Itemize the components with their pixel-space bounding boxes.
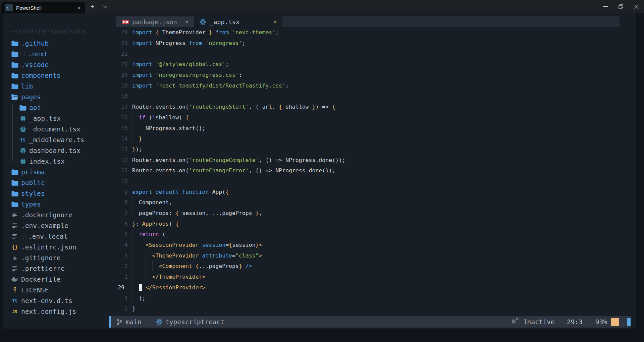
sidebar-item-label: _app.tsx <box>29 115 61 122</box>
code-line[interactable]: 2<Component {...pageProps} /> <box>116 261 345 272</box>
indent-guides <box>132 240 146 250</box>
ts-icon: TS <box>19 137 26 142</box>
file-tree: ~\Code\Personal\wha .github.next.vscodec… <box>3 26 111 317</box>
sidebar-item-env-local[interactable]: .env.local <box>3 231 111 242</box>
code-line[interactable]: 11Router.events.on('routeChangeError', (… <box>116 165 345 176</box>
sidebar-item-api[interactable]: api <box>3 102 111 113</box>
sidebar-item-label: .prettierrc <box>21 265 64 273</box>
code-line-content: Router.events.on('routeChangeComplete', … <box>132 155 345 165</box>
terminal-tab-powershell[interactable]: ❯_ PowerShell × <box>1 2 85 13</box>
line-number: 5 <box>116 231 128 237</box>
code-line[interactable]: 19import 'react-toastify/dist/ReactToast… <box>116 80 345 91</box>
line-number: 20 <box>116 72 128 78</box>
code-line[interactable]: 3<ThemeProvider attribute="class"> <box>116 250 345 261</box>
code-line[interactable]: 24import { ThemeProvider } from 'next-th… <box>116 27 345 38</box>
code-line[interactable]: 2} <box>116 303 345 314</box>
docker-icon <box>11 277 18 282</box>
react-icon <box>19 158 26 165</box>
sidebar-item-next-config-js[interactable]: JSnext.config.js <box>3 306 111 317</box>
code-line-content: }); <box>132 144 142 155</box>
indent-guides <box>132 133 139 144</box>
sidebar-item-vscode[interactable]: .vscode <box>3 59 111 70</box>
line-number: 2 <box>116 305 128 312</box>
code-line[interactable]: 1</ThemeProvider> <box>116 272 345 282</box>
sidebar-item-types[interactable]: types <box>3 199 111 210</box>
js-icon: JS <box>11 309 18 314</box>
code-line-content: import '@/styles/global.css'; <box>132 59 229 70</box>
sidebar-item-lib[interactable]: lib <box>3 81 111 92</box>
code-line[interactable]: 20import 'nprogress/nprogress.css'; <box>116 70 345 80</box>
window-controls <box>598 0 644 13</box>
code-line[interactable]: 4<SessionProvider session={session}> <box>116 240 345 250</box>
sidebar-item-pages[interactable]: pages <box>3 92 111 102</box>
code-editor[interactable]: 24import { ThemeProvider } from 'next-th… <box>116 27 345 314</box>
code-line[interactable]: 10 <box>116 176 345 187</box>
sidebar-item-dockerfile[interactable]: Dockerfile <box>3 274 111 285</box>
code-line[interactable]: 15NProgress.start(); <box>116 123 345 133</box>
folder-icon <box>11 169 18 175</box>
sidebar-item-app-tsx[interactable]: _app.tsx <box>3 113 111 124</box>
new-tab-button[interactable]: + <box>87 0 98 13</box>
status-bar: main typescriptreact ⚙⚙ Inactive 29:3 93… <box>109 316 631 328</box>
editor-tab-close-icon[interactable]: × <box>185 18 189 25</box>
indent-guides <box>132 197 139 208</box>
sidebar-item-next[interactable]: .next <box>3 49 111 59</box>
sidebar-item-prettierrc[interactable]: .prettierrc <box>3 263 111 274</box>
sidebar-item-dashboard-tsx[interactable]: dashboard.tsx <box>3 145 111 156</box>
editor-tab-package-json[interactable]: package.json× <box>116 16 194 27</box>
statusline-accent-bar <box>109 316 111 328</box>
editor-tab-app-tsx[interactable]: _app.tsx× <box>194 16 282 27</box>
code-line[interactable]: 9export default function App({ <box>116 186 345 197</box>
folder-icon <box>11 202 18 207</box>
folder-icon <box>11 51 18 57</box>
code-line[interactable]: 6}: AppProps) { <box>116 218 345 229</box>
line-number: 6 <box>116 221 128 227</box>
sidebar-item-document-tsx[interactable]: _document.tsx <box>3 124 111 134</box>
code-line[interactable]: 22 <box>116 48 345 59</box>
code-line[interactable]: 5return ( <box>116 229 345 240</box>
react-icon <box>155 319 162 325</box>
restore-button[interactable] <box>613 0 629 13</box>
terminal-tab-close-icon[interactable]: × <box>76 5 82 11</box>
sidebar-item-prisma[interactable]: prisma <box>3 167 111 177</box>
sidebar-item-dockerignore[interactable]: .dockerignore <box>3 210 111 220</box>
sidebar-item-env-example[interactable]: .env.example <box>3 220 111 231</box>
code-line[interactable]: 14} <box>116 133 345 144</box>
sidebar-item-next-env-d-ts[interactable]: TSnext-env.d.ts <box>3 295 111 306</box>
editor-tab-close-icon[interactable]: × <box>274 18 277 25</box>
line-number: 9 <box>116 189 128 195</box>
sidebar-item-middleware-ts[interactable]: TS_middleware.ts <box>3 134 111 145</box>
code-line[interactable]: 18 <box>116 91 345 102</box>
code-line[interactable]: 7pageProps: { session, ...pageProps }, <box>116 208 345 219</box>
sidebar-item-components[interactable]: components <box>3 70 111 81</box>
code-line[interactable]: 8Component, <box>116 197 345 208</box>
close-button[interactable] <box>629 0 644 13</box>
code-line[interactable]: 12Router.events.on('routeChangeComplete'… <box>116 155 345 165</box>
sidebar-item-eslintrc-json[interactable]: {}.eslintrc.json <box>3 242 111 252</box>
folder-icon <box>11 83 18 89</box>
sidebar-item-styles[interactable]: styles <box>3 188 111 199</box>
sidebar-item-public[interactable]: public <box>3 177 111 188</box>
indent-guides <box>132 272 152 282</box>
code-line-content: <Component {...pageProps} /> <box>132 261 252 272</box>
sidebar-item-license[interactable]: LICENSE <box>3 285 111 295</box>
react-icon <box>19 148 26 154</box>
sidebar-item-label: _middleware.ts <box>29 136 84 144</box>
line-number: 4 <box>116 242 128 248</box>
line-number: 7 <box>116 210 128 216</box>
code-line[interactable]: 17Router.events.on('routeChangeStart', (… <box>116 102 345 112</box>
sidebar-item-github[interactable]: .github <box>3 38 111 49</box>
code-line-content: } <box>132 303 136 314</box>
tab-dropdown-icon[interactable] <box>99 0 111 13</box>
code-line[interactable]: 23import NProgress from 'nprogress'; <box>116 38 345 49</box>
code-line[interactable]: 1); <box>116 293 345 303</box>
code-line-cursor[interactable]: 29 </SessionProvider> <box>116 282 345 293</box>
indent-guides <box>132 123 146 133</box>
minimize-button[interactable] <box>598 0 613 13</box>
code-line-content: return ( <box>132 229 165 240</box>
code-line[interactable]: 13}); <box>116 144 345 155</box>
sidebar-item-index-tsx[interactable]: index.tsx <box>3 156 111 167</box>
code-line[interactable]: 21import '@/styles/global.css'; <box>116 59 345 70</box>
code-line[interactable]: 16if (!shallow) { <box>116 112 345 123</box>
sidebar-item-gitignore[interactable]: ◈.gitignore <box>3 252 111 263</box>
